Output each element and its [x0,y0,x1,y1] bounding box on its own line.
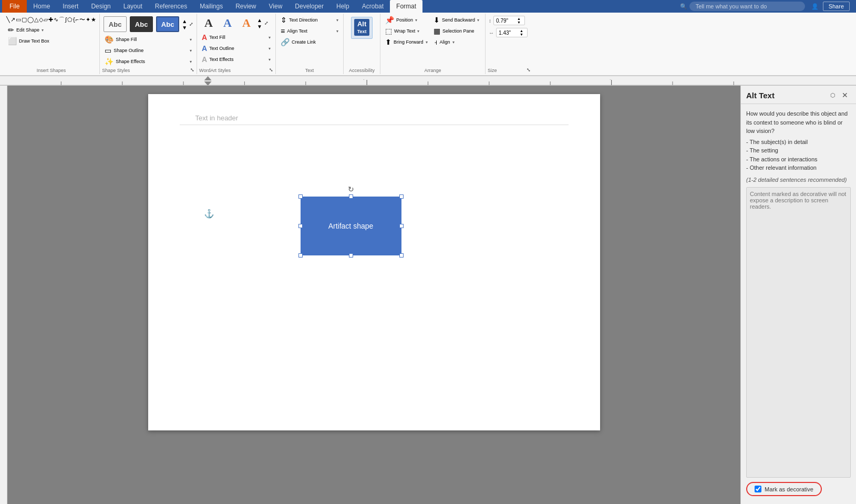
size-dialog[interactable]: ⤡ [527,67,531,73]
shape-plus[interactable]: ✚ [48,16,53,23]
text-effects-dropdown[interactable]: ▾ [269,57,271,62]
shape-round-rect[interactable]: ▢ [22,16,27,23]
menu-acrobat[interactable]: Acrobat [356,0,390,13]
width-input[interactable] [499,30,520,36]
align-text-button[interactable]: ≡ Align Text ▾ [278,26,341,36]
text-fill-button[interactable]: A Text Fill ▾ [199,32,273,43]
shape-star4[interactable]: ✦ [86,16,90,23]
shape-styles-dialog[interactable]: ⤡ [190,67,194,73]
create-link-button[interactable]: 🔗 Create Link [278,37,341,47]
text-fill-dropdown[interactable]: ▾ [269,35,271,40]
text-effects-button[interactable]: A Text Effects ▾ [199,54,273,65]
search-input[interactable] [689,2,805,11]
handle-top-left[interactable] [298,194,303,199]
wordart-expand[interactable]: ⤢ [264,20,269,26]
wordart-sample-2[interactable]: A [219,16,236,30]
text-outline-button[interactable]: A Text Outline ▾ [199,43,273,54]
menu-layout[interactable]: Layout [117,0,149,13]
menu-home[interactable]: Home [27,0,56,13]
handle-bottom-center[interactable] [349,253,353,258]
wordart-sample-1[interactable]: A [200,16,217,30]
panel-popout-button[interactable]: ⬡ [828,90,838,100]
menu-help[interactable]: Help [330,0,356,13]
shape-line[interactable]: ╲ [6,16,10,23]
shape-parallelogram[interactable]: ▱ [44,16,48,23]
shape-triangle[interactable]: △ [34,16,38,23]
position-button[interactable]: 📌 Position ▾ [383,15,430,25]
menu-format[interactable]: Format [390,0,422,13]
text-outline-dropdown[interactable]: ▾ [269,46,271,51]
mark-decorative-checkbox[interactable] [755,486,761,492]
shape-pentagon[interactable]: ⬠ [67,16,73,23]
shape-bracket[interactable]: ⌐ [76,16,79,23]
group-insert-shapes: ╲ ↗ ▭ ▢ ◯ △ ◇ ▱ ✚ ∿ ⌒ ∫ ⬠ { ⌐ 〜 ✦ [3,14,100,74]
decorative-section: Mark as decorative [746,482,851,501]
panel-close-button[interactable]: ✕ [839,90,851,100]
shape-wave[interactable]: 〜 [79,16,85,23]
share-button[interactable]: Share [823,2,850,11]
handle-top-right[interactable] [399,194,404,199]
shape-circle[interactable]: ◯ [27,16,34,23]
draw-text-box-button[interactable]: ⬜ Draw Text Box [5,36,97,46]
shape-outline-dropdown[interactable]: ▾ [190,48,192,53]
shape-fill-dropdown[interactable]: ▾ [190,37,192,42]
shape-swatch-2[interactable]: Abc [130,16,153,32]
shape-brace[interactable]: { [73,16,75,23]
shape-text: Artifact shape [328,222,374,230]
shape-styles-expand[interactable]: ⤢ [189,22,193,27]
wrap-text-button[interactable]: ⬚ Wrap Text ▾ [383,26,430,36]
shape-container[interactable]: ↻ Artifact shape [301,197,401,255]
send-backward-button[interactable]: ⬇ Send Backward ▾ [431,15,482,25]
rotate-handle[interactable]: ↻ [348,185,354,193]
handle-top-center[interactable] [349,194,353,199]
shape-freeform[interactable]: ⌒ [59,16,65,23]
menu-developer[interactable]: Developer [288,0,330,13]
document-area[interactable]: ⚓ Text in header ↻ [7,86,740,504]
alt-text-button[interactable]: AltText [351,17,373,39]
selection-pane-button[interactable]: ▦ Selection Pane [431,26,478,36]
menu-design[interactable]: Design [85,0,117,13]
menu-view[interactable]: View [263,0,289,13]
menu-references[interactable]: References [149,0,193,13]
mark-decorative-container[interactable]: Mark as decorative [746,482,822,496]
handle-bottom-left[interactable] [298,253,303,258]
height-down[interactable]: ▼ [517,20,521,24]
width-up[interactable]: ▲ [520,29,523,33]
artifact-shape[interactable]: Artifact shape [301,197,401,255]
menu-insert[interactable]: Insert [56,0,85,13]
shape-diamond[interactable]: ◇ [39,16,43,23]
shape-swatch-3[interactable]: Abc [156,16,179,32]
handle-bottom-right[interactable] [399,253,404,258]
height-input[interactable] [496,18,517,24]
shape-squiggle[interactable]: ∿ [54,16,58,23]
alt-text-input[interactable] [746,187,851,478]
shape-curve[interactable]: ∫ [65,16,67,23]
text-effects-label: Text Effects [209,57,233,63]
menu-mailings[interactable]: Mailings [193,0,229,13]
shape-outline-label: Shape Outline [114,48,143,54]
shape-fill-button[interactable]: 🎨 Shape Fill ▾ [102,34,194,45]
text-direction-button[interactable]: ⇕ Text Direction ▾ [278,15,341,25]
align-button[interactable]: ⫞ Align ▾ [431,37,479,47]
shape-star[interactable]: ★ [91,16,96,23]
shape-effects-dropdown[interactable]: ▾ [190,59,192,64]
shape-effects-button[interactable]: ✨ Shape Effects ▾ [102,56,194,67]
menu-file[interactable]: File [2,0,27,13]
handle-middle-left[interactable] [298,224,303,228]
mark-decorative-label[interactable]: Mark as decorative [765,486,813,492]
wordart-dialog[interactable]: ⤡ [269,67,273,73]
shape-swatch-1[interactable]: Abc [104,16,127,32]
menu-review[interactable]: Review [229,0,262,13]
text-direction-dropdown[interactable]: ▾ [336,18,338,23]
handle-middle-right[interactable] [399,224,404,228]
height-up[interactable]: ▲ [517,17,521,20]
bring-forward-button[interactable]: ⬆ Bring Forward ▾ [383,37,430,47]
shape-outline-button[interactable]: ▭ Shape Outline ▾ [102,45,194,56]
edit-shape-button[interactable]: ✏ Edit Shape ▾ [5,25,97,35]
wordart-sample-3[interactable]: A [238,16,255,30]
shape-rect[interactable]: ▭ [16,16,21,23]
edit-shape-dropdown[interactable]: ▾ [42,28,44,33]
align-text-dropdown[interactable]: ▾ [336,29,338,34]
shape-arrow[interactable]: ↗ [11,16,15,23]
width-down[interactable]: ▼ [520,33,523,36]
